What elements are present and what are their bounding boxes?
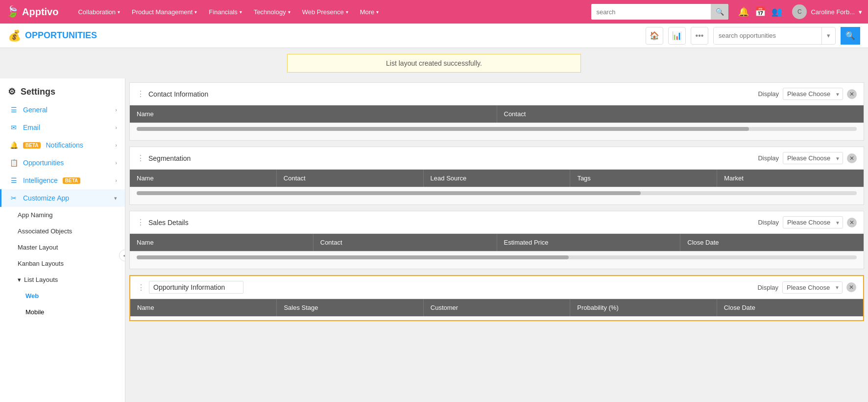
progress-bar-fill [137, 255, 569, 259]
toast-message: List layout created successfully. [386, 59, 482, 67]
column-header-contact: Contact [277, 170, 424, 187]
logo-text: Apptivo [22, 6, 58, 18]
section-table-body [130, 251, 864, 269]
section-table-body [130, 123, 864, 140]
section-controls: Display Please Choose ✕ [757, 281, 856, 294]
column-header-contact: Contact [497, 105, 864, 123]
home-icon: 🏠 [650, 31, 659, 40]
more-options-button[interactable]: ••• [691, 27, 708, 45]
sidebar-list-layouts-header[interactable]: ▾ List Layouts [0, 272, 125, 288]
global-search-button[interactable]: 🔍 [711, 4, 728, 20]
logo-icon: 🍃 [6, 5, 19, 18]
chart-button[interactable]: 📊 [668, 27, 686, 45]
display-label: Display [758, 90, 779, 98]
home-button[interactable]: 🏠 [646, 27, 663, 45]
sidebar-item-opportunities[interactable]: 📋 Opportunities › [0, 154, 125, 172]
content-area: ⋮ Contact Information Display Please Cho… [125, 78, 868, 402]
nav-financials[interactable]: Financials ▾ [204, 5, 247, 19]
progress-bar-fill [137, 191, 641, 195]
general-icon: ☰ [9, 106, 18, 114]
gear-icon: ⚙ [8, 86, 16, 97]
notifications-icon: 🔔 [9, 141, 18, 149]
progress-bar [137, 127, 857, 131]
column-header-close-date: Close Date [717, 299, 863, 316]
display-select[interactable]: Please Choose [783, 88, 843, 100]
display-label: Display [758, 219, 779, 226]
drag-handle-icon[interactable]: ⋮ [137, 89, 145, 99]
nav-collaboration[interactable]: Collaboration ▾ [73, 5, 125, 19]
user-area[interactable]: C Caroline Forb... ▾ [792, 4, 862, 19]
column-header-contact: Contact [313, 234, 497, 251]
chevron-down-icon: ▾ [18, 276, 21, 283]
app-logo[interactable]: 🍃 Apptivo [6, 5, 58, 18]
sidebar-sub-kanban-layouts[interactable]: Kanban Layouts [0, 255, 125, 272]
sidebar-item-notifications[interactable]: 🔔 BETA Notifications › [0, 136, 125, 154]
sidebar-item-customize-app[interactable]: ✂ Customize App ▾ [0, 189, 125, 207]
section-close-button[interactable]: ✕ [847, 153, 857, 163]
sidebar-sub-app-naming[interactable]: App Naming [0, 207, 125, 223]
section-table-body [130, 187, 864, 204]
section-title: Sales Details [148, 219, 189, 226]
display-select[interactable]: Please Choose [783, 216, 843, 228]
calendar-icon[interactable]: 📅 [755, 6, 766, 17]
chevron-icon: ▾ [376, 9, 379, 15]
display-select-wrapper: Please Choose [782, 281, 843, 294]
column-header-name: Name [130, 170, 277, 187]
drag-handle-icon[interactable]: ⋮ [137, 218, 145, 227]
chevron-right-icon: › [115, 107, 117, 113]
contacts-icon[interactable]: 👥 [772, 6, 782, 17]
nav-web-presence[interactable]: Web Presence ▾ [297, 5, 353, 19]
success-toast: List layout created successfully. [287, 54, 581, 73]
sidebar-item-intelligence[interactable]: ☰ Intelligence BETA › [0, 172, 125, 189]
drag-handle-icon[interactable]: ⋮ [137, 153, 145, 163]
search-opportunities-input[interactable] [714, 27, 821, 44]
nav-menu: Collaboration ▾ Product Management ▾ Fin… [73, 5, 581, 19]
global-search: 🔍 [591, 4, 728, 20]
sidebar-sub-master-layout[interactable]: Master Layout [0, 239, 125, 255]
nav-technology[interactable]: Technology ▾ [249, 5, 295, 19]
display-select[interactable]: Please Choose [782, 281, 843, 294]
section-table-header: Name Sales Stage Customer Probability (%… [130, 299, 863, 316]
section-close-button[interactable]: ✕ [846, 282, 856, 292]
display-select-wrapper: Please Choose [783, 216, 843, 228]
section-controls: Display Please Choose ✕ [758, 152, 857, 164]
section-title: Contact Information [148, 90, 208, 98]
chevron-right-icon: › [115, 160, 117, 166]
progress-bar-row [130, 187, 864, 199]
sidebar-list-web[interactable]: Web [0, 288, 125, 304]
chevron-right-icon: › [115, 177, 117, 183]
main-layout: ⚙ Settings ☰ General › ✉ Email › 🔔 BETA … [0, 78, 868, 402]
chevron-right-icon: › [115, 125, 117, 130]
progress-bar-fill [137, 127, 749, 131]
search-dropdown-arrow[interactable]: ▾ [821, 27, 835, 44]
secondary-navigation: 💰 OPPORTUNITIES 🏠 📊 ••• ▾ 🔍 [0, 24, 868, 48]
section-sales-details-header: ⋮ Sales Details Display Please Choose ✕ [130, 211, 864, 234]
progress-bar-row [130, 123, 864, 135]
nav-product-management[interactable]: Product Management ▾ [127, 5, 202, 19]
sidebar-item-email[interactable]: ✉ Email › [0, 119, 125, 136]
sidebar-sub-associated-objects[interactable]: Associated Objects [0, 223, 125, 239]
column-header-name: Name [130, 105, 497, 123]
sidebar-item-general[interactable]: ☰ General › [0, 101, 125, 119]
nav-more[interactable]: More ▾ [355, 5, 384, 19]
drag-handle-icon[interactable]: ⋮ [137, 283, 145, 292]
section-title-input[interactable] [149, 281, 243, 294]
column-header-tags: Tags [570, 170, 717, 187]
section-close-button[interactable]: ✕ [847, 89, 857, 99]
intelligence-beta-badge: BETA [63, 177, 80, 184]
notification-icon[interactable]: 🔔 [738, 6, 749, 17]
section-opportunity-info-header: ⋮ Display Please Choose ✕ [130, 276, 863, 299]
progress-bar-row [130, 251, 864, 263]
section-close-button[interactable]: ✕ [847, 218, 857, 227]
sidebar-list-mobile[interactable]: Mobile [0, 304, 125, 320]
global-search-input[interactable] [591, 4, 711, 20]
section-segmentation: ⋮ Segmentation Display Please Choose ✕ N… [129, 147, 864, 205]
top-nav-icons: 🔔 📅 👥 [738, 6, 782, 17]
secondary-nav-right: 🏠 📊 ••• ▾ 🔍 [646, 27, 860, 45]
column-header-customer: Customer [424, 299, 570, 316]
search-opportunities-button[interactable]: 🔍 [841, 27, 860, 45]
display-label: Display [757, 284, 778, 291]
column-header-sales-stage: Sales Stage [277, 299, 423, 316]
chevron-icon: ▾ [288, 9, 290, 15]
display-select[interactable]: Please Choose [783, 152, 843, 164]
